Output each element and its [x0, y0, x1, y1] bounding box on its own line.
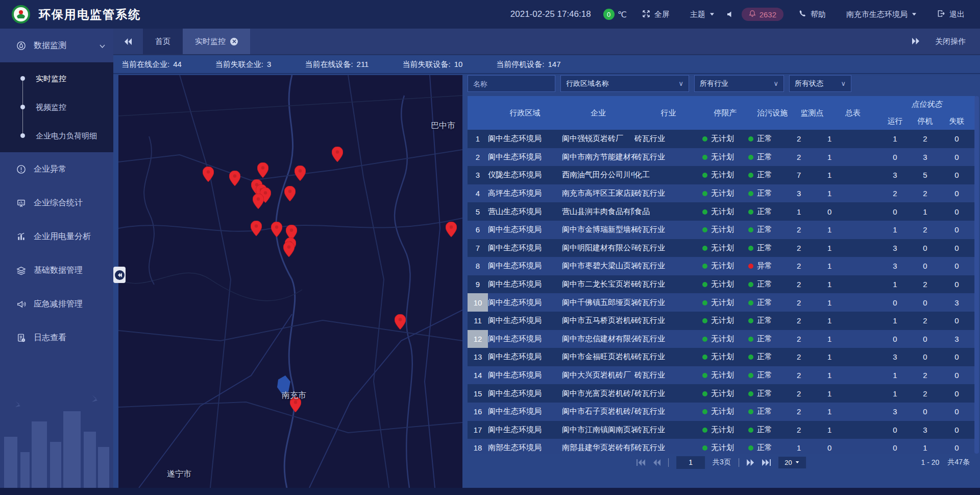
- page-size-select[interactable]: 20: [778, 457, 806, 468]
- cell-industry: 食品: [634, 202, 702, 221]
- sidebar-item-label: 应急减排管理: [34, 299, 83, 310]
- map-pin[interactable]: [283, 242, 295, 257]
- status-dot: [748, 173, 753, 178]
- cell-running: 3: [878, 403, 912, 421]
- map-pin[interactable]: [251, 221, 262, 236]
- cell-facility-status: 正常: [748, 421, 797, 439]
- cell-offline: 0: [939, 366, 975, 385]
- map-pin[interactable]: [446, 222, 457, 237]
- cell-facility-status: 正常: [748, 293, 797, 312]
- theme-menu-button[interactable]: 主题: [687, 9, 718, 20]
- sidebar-item-6[interactable]: 日志查看: [0, 321, 113, 355]
- cell-region: 阆中生态环境局: [488, 275, 562, 294]
- map-pin[interactable]: [271, 222, 282, 237]
- table-row[interactable]: 2 阆中生态环境局 阆中市南方节能建材有 砖瓦行业 无计划 正常 2 1 0 3…: [468, 148, 975, 167]
- cell-offline: 0: [939, 384, 975, 403]
- region-filter-select[interactable]: 行政区域名称∨: [560, 75, 689, 92]
- close-operations-button[interactable]: 关闭操作: [935, 37, 966, 46]
- cell-offline: 0: [939, 421, 975, 439]
- map-pin[interactable]: [284, 186, 296, 201]
- status-dot: [748, 264, 753, 269]
- sidebar-subitem-0-1[interactable]: 视频监控: [0, 93, 113, 122]
- tab-home[interactable]: 首页: [143, 29, 183, 54]
- cell-points: 2: [797, 348, 827, 366]
- table-row[interactable]: 17 阆中生态环境局 阆中市江南镇阆南页岩 砖瓦行业 无计划 正常 2 1 0 …: [468, 421, 975, 439]
- table-row[interactable]: 1 阆中生态环境局 阆中强锐页岩砖厂 砖瓦行业 无计划 正常 2 1 1 2 0: [468, 130, 975, 148]
- temperature-unit: ℃: [618, 10, 627, 19]
- table-row[interactable]: 7 阆中生态环境局 阆中明阳建材有限公司 砖瓦行业 无计划 正常 2 1 3 0…: [468, 239, 975, 257]
- col-points: 监测点: [797, 96, 827, 130]
- sidebar-item-2[interactable]: 企业综合统计: [0, 186, 113, 220]
- notification-badge[interactable]: 2632: [742, 8, 783, 21]
- status-dot: [748, 445, 753, 451]
- sidebar-item-3[interactable]: 企业用电量分析: [0, 220, 113, 253]
- table-row[interactable]: 3 仪陇生态环境局 西南油气田分公司川中 化工 无计划 正常 7 1 3 5 0: [468, 166, 975, 184]
- table-row[interactable]: 8 阆中生态环境局 阆中市枣碧大梁山页岩 砖瓦行业 无计划 异常 2 1 3 0…: [468, 257, 975, 275]
- col-limit: 停限产: [702, 96, 748, 130]
- table-row[interactable]: 4 高坪生态环境局 南充市高坪区王家店建 砖瓦行业 无计划 正常 3 1 2 2…: [468, 184, 975, 203]
- map-pin[interactable]: [253, 194, 264, 209]
- table-row[interactable]: 13 阆中生态环境局 阆中市金福旺页岩机砖 砖瓦行业 无计划 正常 2 1 3 …: [468, 348, 975, 366]
- mute-speaker-icon[interactable]: [727, 11, 734, 18]
- industry-filter-select[interactable]: 所有行业∨: [694, 75, 784, 92]
- cell-running: 0: [878, 293, 912, 312]
- cell-company: 阆中市金福旺页岩机砖: [562, 348, 634, 366]
- org-menu-button[interactable]: 南充市生态环境局: [843, 9, 920, 20]
- last-page-button[interactable]: [762, 459, 771, 466]
- table-row[interactable]: 6 阆中生态环境局 阆中市金博瑞新型墙材 砖瓦行业 无计划 正常 2 1 1 2…: [468, 221, 975, 239]
- next-page-button[interactable]: [747, 459, 754, 466]
- sidebar-item-4[interactable]: 基础数据管理: [0, 253, 113, 287]
- cell-meters: 1: [827, 330, 878, 348]
- cell-company: 营山县润丰肉食品有限: [562, 202, 634, 221]
- cell-limit-status: 无计划: [702, 184, 748, 203]
- prev-page-button[interactable]: [653, 459, 660, 466]
- tab-realtime-monitor[interactable]: 实时监控: [183, 29, 250, 54]
- first-page-button[interactable]: [636, 459, 645, 466]
- sidebar-item-5[interactable]: 应急减排管理: [0, 287, 113, 321]
- cell-company: 阆中市忠信建材有限公: [562, 330, 634, 348]
- cell-points: 1: [797, 202, 827, 221]
- cell-running: 1: [878, 312, 912, 330]
- table-row[interactable]: 11 阆中生态环境局 阆中市五马桥页岩机砖 砖瓦行业 无计划 正常 2 1 1 …: [468, 312, 975, 330]
- sidebar-item-0[interactable]: 数据监测: [0, 29, 113, 62]
- tabs-scroll-right-icon[interactable]: [912, 37, 920, 46]
- cell-running: 0: [878, 202, 912, 221]
- status-dot: [702, 282, 707, 287]
- tabs-scroll-left-icon[interactable]: [113, 29, 143, 54]
- cell-limit-status: 无计划: [702, 130, 748, 148]
- map-pin[interactable]: [395, 314, 406, 329]
- name-filter-input[interactable]: [468, 75, 555, 92]
- cell-limit-status: 无计划: [702, 257, 748, 275]
- sidebar-subitem-0-2[interactable]: 企业电力负荷明细: [0, 122, 113, 150]
- sidebar-subitem-0-0[interactable]: 实时监控: [0, 64, 113, 93]
- datetime: 2021-02-25 17:46:18: [510, 9, 591, 19]
- status-filter-select[interactable]: 所有状态∨: [789, 75, 851, 92]
- table-row[interactable]: 5 营山生态环境局 营山县润丰肉食品有限 食品 无计划 正常 1 0 0 1 0: [468, 202, 975, 221]
- fullscreen-button[interactable]: 全屏: [639, 9, 673, 20]
- table-scrollbar[interactable]: [974, 96, 979, 454]
- help-button[interactable]: 帮助: [796, 9, 829, 20]
- map-pin[interactable]: [295, 166, 306, 181]
- table-row[interactable]: 15 阆中生态环境局 阆中市光富页岩机砖厂 砖瓦行业 无计划 正常 2 1 1 …: [468, 384, 975, 403]
- map-pin[interactable]: [229, 171, 240, 186]
- temperature-badge: 0: [603, 9, 615, 20]
- table-row[interactable]: 10 阆中生态环境局 阆中千佛镇五郎垭页岩 砖瓦行业 无计划 正常 2 1 0 …: [468, 293, 975, 312]
- map-pin[interactable]: [257, 162, 268, 178]
- cell-points: 2: [797, 403, 827, 421]
- cell-company: 阆中市五马桥页岩机砖: [562, 312, 634, 330]
- cell-limit-status: 无计划: [702, 293, 748, 312]
- map-pin[interactable]: [203, 167, 214, 182]
- sidebar-item-1[interactable]: 企业异常: [0, 152, 113, 186]
- table-row[interactable]: 14 阆中生态环境局 阆中大兴页岩机砖厂 砖瓦行业 无计划 正常 2 1 1 2…: [468, 366, 975, 385]
- cell-company: 阆中市石子页岩机砖厂: [562, 403, 634, 421]
- table-row[interactable]: 16 阆中生态环境局 阆中市石子页岩机砖厂 砖瓦行业 无计划 正常 2 1 3 …: [468, 403, 975, 421]
- page-number-input[interactable]: [676, 456, 705, 469]
- tab-close-icon[interactable]: [230, 38, 238, 45]
- map-pin[interactable]: [332, 147, 343, 162]
- map-collapse-button[interactable]: [113, 267, 126, 283]
- cell-meters: 1: [827, 312, 878, 330]
- table-row[interactable]: 12 阆中生态环境局 阆中市忠信建材有限公 砖瓦行业 无计划 正常 2 1 0 …: [468, 330, 975, 348]
- logout-button[interactable]: 退出: [934, 9, 968, 20]
- table-row[interactable]: 9 阆中生态环境局 阆中市二龙长宝页岩砖 砖瓦行业 无计划 正常 2 1 1 2…: [468, 275, 975, 294]
- sidebar-submenu: 实时监控 视频监控 企业电力负荷明细: [0, 62, 113, 152]
